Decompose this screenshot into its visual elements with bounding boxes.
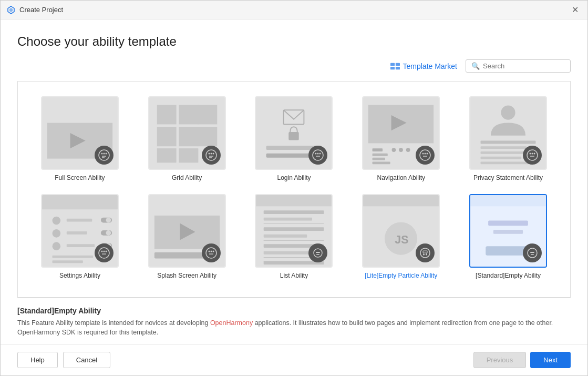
svg-rect-111 [363,195,439,206]
svg-point-47 [406,148,410,152]
svg-point-92 [210,251,212,252]
description-title: [Standard]Empty Ability [17,307,571,315]
template-card-standard-empty[interactable]: [Standard]Empty Ability [455,188,562,286]
svg-point-67 [52,217,60,225]
card-label-login: Login Ability [277,174,311,181]
svg-point-33 [313,150,323,160]
template-card-privacy[interactable]: Privacy Statement Ability [455,90,562,188]
svg-rect-79 [52,256,93,258]
badge-icon-login [312,149,324,161]
card-label-standard-empty: [Standard]Empty Ability [476,272,541,279]
svg-point-54 [501,106,515,120]
template-grid: Full Screen Ability [18,82,570,294]
description-box: [Standard]Empty Ability This Feature Abi… [17,298,571,344]
svg-rect-15 [179,105,198,125]
card-image-login [255,96,333,170]
cancel-button[interactable]: Cancel [63,352,110,368]
main-window: Create Project ✕ Choose your ability tem… [0,0,588,376]
title-bar-left: Create Project [7,6,63,14]
badge-icon-splash [205,247,217,259]
close-button[interactable]: ✕ [569,4,581,16]
card-label-privacy: Privacy Statement Ability [473,174,543,181]
template-market-button[interactable]: Template Market [390,62,457,70]
title-bar: Create Project ✕ [1,1,587,19]
svg-point-23 [208,153,210,155]
template-card-full-screen[interactable]: Full Screen Ability [26,90,133,188]
next-button[interactable]: Next [530,352,571,368]
card-image-privacy [469,96,547,170]
template-card-grid[interactable]: Grid Ability [133,90,241,188]
template-card-login[interactable]: Login Ability [241,90,348,188]
card-image-full-screen [41,96,119,170]
svg-rect-42 [373,154,388,156]
badge-standard-empty [523,243,542,262]
svg-rect-80 [52,260,82,263]
svg-rect-58 [481,157,522,159]
svg-rect-41 [373,148,383,151]
svg-rect-16 [198,105,217,125]
svg-point-51 [427,153,428,155]
svg-rect-0 [390,63,395,65]
svg-rect-66 [42,195,118,209]
template-card-splash[interactable]: Splash Screen Ability [133,188,241,286]
svg-point-91 [208,251,210,252]
window-title: Create Project [19,6,63,14]
svg-rect-56 [481,146,527,149]
svg-text:JS: JS [395,233,409,246]
card-image-grid [148,96,226,170]
toolbar: Template Market 🔍 [17,59,571,73]
svg-rect-43 [373,158,385,160]
svg-point-93 [212,251,214,252]
search-input[interactable] [483,62,565,70]
svg-point-22 [206,150,216,160]
badge-icon-lite-empty-particle [419,247,431,259]
svg-rect-126 [530,252,534,253]
svg-point-8 [101,153,102,155]
svg-point-60 [527,150,538,160]
svg-point-62 [532,153,533,155]
svg-rect-100 [264,227,324,231]
svg-rect-21 [179,148,198,162]
svg-rect-2 [390,66,395,69]
svg-rect-19 [198,127,217,146]
search-box: 🔍 [466,59,571,73]
svg-point-83 [103,251,105,252]
svg-rect-3 [395,66,399,69]
main-content: Choose your ability template Template Ma… [1,19,587,344]
svg-rect-97 [264,210,324,214]
svg-rect-17 [157,127,176,146]
card-label-splash: Splash Screen Ability [157,272,216,279]
svg-rect-44 [373,161,390,164]
card-label-list: List Ability [280,272,308,279]
template-card-list[interactable]: List Ability [241,188,348,286]
description-highlight: OpenHarmony [210,319,253,327]
badge-icon-list [312,247,324,259]
svg-point-74 [106,230,111,236]
svg-rect-20 [157,148,176,162]
help-button[interactable]: Help [17,352,58,368]
svg-rect-121 [470,195,546,206]
card-image-settings [41,194,119,268]
svg-point-48 [420,150,430,160]
svg-point-63 [534,153,535,155]
template-card-navigation[interactable]: Navigation Ability [347,90,455,188]
template-card-settings[interactable]: Settings Ability [26,188,133,286]
badge-icon-privacy [527,149,538,161]
footer-right: Previous Next [473,352,571,368]
template-card-lite-empty-particle[interactable]: JS [347,188,455,286]
badge-icon-grid [205,149,217,161]
badge-splash [202,243,221,262]
svg-point-24 [210,153,212,155]
svg-rect-123 [493,230,523,234]
svg-point-25 [212,153,214,155]
footer: Help Cancel Previous Next [1,344,587,375]
page-title: Choose your ability template [17,34,571,49]
svg-point-10 [105,153,107,155]
template-market-icon [390,63,400,70]
svg-point-116 [423,254,425,256]
badge-icon-settings [98,247,110,259]
description-part-1: This Feature Ability template is intende… [17,319,210,327]
footer-left: Help Cancel [17,352,110,368]
svg-point-34 [315,153,317,155]
app-icon [7,6,15,14]
